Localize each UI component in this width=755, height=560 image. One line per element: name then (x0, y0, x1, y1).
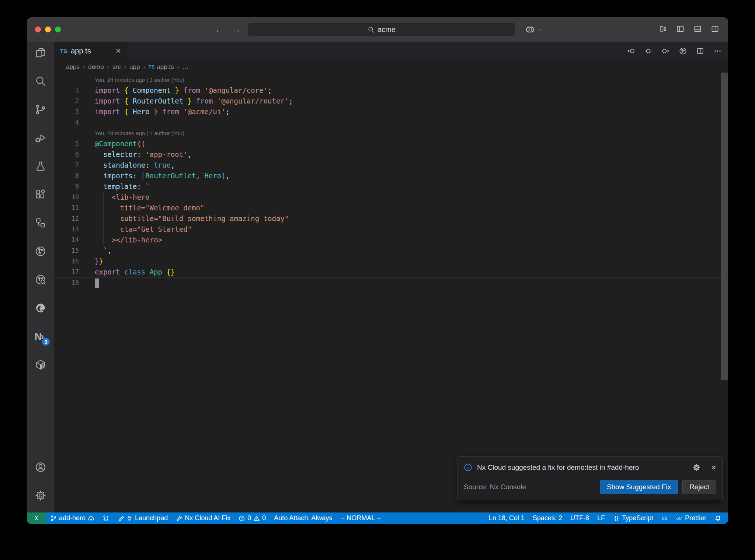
code-line-11[interactable]: 11 title="Welcmoe demo" (54, 203, 728, 213)
code-line-9[interactable]: 9 template: ` (54, 181, 728, 192)
status-problems[interactable]: 00 (234, 512, 270, 524)
code-line-6[interactable]: 6 selector: 'app-root', (54, 149, 728, 160)
breadcrumb-item[interactable]: … (182, 63, 189, 71)
activity-item-nx-cloud[interactable] (32, 242, 49, 260)
code-line-7[interactable]: 7 standalone: true, (54, 160, 728, 171)
navigate-back-icon[interactable] (627, 47, 635, 55)
activity-item-containers[interactable] (32, 356, 49, 374)
notification-source: Source: Nx Console (464, 483, 595, 491)
code-line-5[interactable]: 5@Component({ (54, 139, 728, 149)
plug-icon (126, 515, 133, 522)
code-line-2[interactable]: 2import { RouterOutlet } from '@angular/… (54, 96, 728, 106)
customize-layout-icon[interactable] (659, 25, 667, 33)
toggle-primary-sidebar-icon[interactable] (676, 25, 685, 33)
activity-item-accounts[interactable] (32, 458, 49, 476)
activity-item-nx-cloud-search[interactable] (32, 271, 49, 288)
history-forward-button[interactable]: → (232, 24, 241, 35)
status-notifications-bell[interactable] (710, 512, 725, 524)
activity-item-source-control[interactable] (32, 101, 49, 118)
line-number: 10 (54, 192, 79, 203)
line-number: 14 (54, 235, 79, 245)
status-eol[interactable]: LF (593, 512, 609, 524)
rocket-icon (117, 515, 124, 522)
breadcrumb-item[interactable]: apps (66, 63, 80, 71)
activity-item-settings[interactable] (32, 487, 49, 504)
extensions-icon (35, 189, 46, 200)
nx-run-target-icon[interactable] (679, 47, 687, 55)
tab-app-ts[interactable]: TS app.ts × (54, 42, 127, 60)
zoom-window-button[interactable] (55, 27, 61, 32)
status-auto-attach[interactable]: Auto Attach: Always (270, 512, 336, 524)
activity-item-nx-console[interactable]: N›3 (32, 328, 49, 345)
activity-item-project-hierarchy[interactable] (32, 214, 49, 232)
status-git-compare[interactable] (98, 512, 113, 524)
notification-close-icon[interactable]: × (711, 463, 716, 472)
navigate-current-icon[interactable] (644, 47, 652, 55)
code-line-15[interactable]: 15 `, (54, 245, 728, 256)
minimize-window-button[interactable] (45, 27, 51, 32)
status-launchpad[interactable]: Launchpad (113, 512, 172, 524)
status-branch[interactable]: add-hero (46, 512, 98, 524)
more-actions-icon[interactable] (714, 47, 721, 55)
tab-close-icon[interactable]: × (116, 47, 121, 55)
reject-button[interactable]: Reject (682, 480, 716, 494)
status-vim-mode[interactable]: -- NORMAL -- (336, 512, 385, 524)
breadcrumb-separator: › (83, 64, 85, 70)
remote-indicator[interactable] (27, 512, 46, 524)
code-line-17[interactable]: 17export class App {} (54, 267, 728, 277)
code-line-8[interactable]: 8 imports: [RouterOutlet, Hero], (54, 171, 728, 181)
warning-icon (253, 515, 260, 522)
breadcrumb-item[interactable]: app (129, 63, 140, 71)
toggle-secondary-sidebar-icon[interactable] (711, 25, 719, 33)
activity-item-search[interactable] (32, 72, 49, 90)
status-copilot[interactable] (657, 512, 672, 524)
code-line-10[interactable]: 10 <lib-hero (54, 192, 728, 203)
edge-icon (35, 302, 46, 314)
status-nx-cloud-ai-fix[interactable]: Nx Cloud AI Fix (172, 512, 234, 524)
code-line-18[interactable]: 18 (54, 277, 728, 288)
breadcrumb-item[interactable]: TSapp.ts (149, 63, 174, 71)
activity-item-extensions[interactable] (32, 186, 49, 203)
code-line-14[interactable]: 14 ></lib-hero> (54, 235, 728, 245)
compare-icon (102, 515, 109, 522)
split-editor-icon[interactable] (696, 47, 704, 55)
navigate-forward-icon[interactable] (662, 47, 669, 55)
show-suggested-fix-button[interactable]: Show Suggested Fix (600, 480, 678, 494)
status-indentation[interactable]: Spaces: 2 (529, 512, 566, 524)
notification-toast: Nx Cloud suggested a fix for demo:test i… (457, 456, 723, 500)
status-bar-right: Ln 18, Col 1Spaces: 2UTF-8LF{}TypeScript… (485, 512, 728, 524)
toggle-panel-icon[interactable] (693, 25, 702, 33)
code-text: subtitle="Build something amazing today" (95, 213, 289, 224)
activity-item-testing[interactable] (32, 157, 49, 175)
code-line-12[interactable]: 12 subtitle="Build something amazing tod… (54, 213, 728, 224)
notification-settings-icon[interactable] (692, 463, 700, 472)
status-encoding[interactable]: UTF-8 (566, 512, 593, 524)
code-editor[interactable]: You, 24 minutes ago | 1 author (You)1imp… (54, 74, 728, 512)
status-cursor-position[interactable]: Ln 18, Col 1 (485, 512, 529, 524)
code-line-1[interactable]: 1import { Component } from '@angular/cor… (54, 85, 728, 96)
code-line-13[interactable]: 13 cta="Get Started" (54, 224, 728, 235)
activity-item-edge-browser[interactable] (32, 299, 49, 317)
container-icon (35, 359, 46, 371)
activity-item-run-and-debug[interactable] (32, 129, 49, 147)
status-language-mode[interactable]: {}TypeScript (609, 512, 657, 524)
code-line-4[interactable]: 4 (54, 117, 728, 128)
code-text: standalone: true, (95, 160, 175, 171)
history-back-button[interactable]: ← (215, 24, 224, 35)
code-line-16[interactable]: 16}) (54, 256, 728, 267)
status-text: Spaces: 2 (533, 514, 562, 522)
status-formatter-prettier[interactable]: Prettier (672, 512, 710, 524)
line-number: 12 (54, 213, 79, 224)
code-line-3[interactable]: 3import { Hero } from '@acme/ui'; (54, 106, 728, 117)
status-text: Ln 18, Col 1 (489, 514, 525, 522)
activity-item-explorer[interactable] (32, 44, 49, 62)
breadcrumb-item[interactable]: src (112, 63, 121, 71)
status-text: add-hero (59, 514, 86, 522)
breadcrumb-item[interactable]: demo (88, 63, 104, 71)
copilot-menu[interactable] (525, 24, 543, 35)
code-text: title="Welcmoe demo" (95, 203, 204, 213)
titlebar: ← → acme (27, 17, 728, 42)
close-window-button[interactable] (35, 27, 41, 32)
command-center-search[interactable]: acme (248, 22, 515, 37)
editor-scrollbar[interactable] (721, 73, 728, 380)
